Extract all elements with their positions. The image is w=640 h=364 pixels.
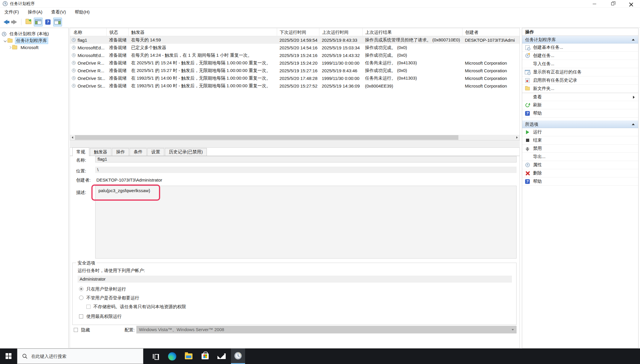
scrollbar-thumb[interactable] [75,135,458,140]
action-new-folder[interactable]: 新文件夹... [522,85,638,93]
taskbar-file-explorer[interactable] [182,348,196,364]
tab-settings[interactable]: 设置 [147,148,164,156]
taskbar-task-view[interactable] [149,348,163,364]
action-enable-task-history[interactable]: 启用所有任务历史记录 [522,76,638,85]
checkbox-run-highest-privileges [79,314,83,318]
console-tree-pane: 任务计划程序 (本地) 任务计划程序库 Microsoft [0,28,69,348]
tab-general[interactable]: 常规 [72,147,89,156]
collapse-icon[interactable] [632,123,635,125]
actions-pane-title: 操作 [522,28,638,36]
chevron-right-icon[interactable] [9,46,11,49]
action-disable[interactable]: 禁用 [522,145,638,153]
menu-action[interactable]: 操作(A) [23,9,47,15]
chevron-down-icon[interactable] [4,39,7,42]
help-icon: ? [525,111,530,116]
description-label: 描述: [76,190,86,195]
action-help[interactable]: ? 帮助 [522,109,638,118]
action-refresh[interactable]: 刷新 [522,101,638,109]
mail-icon [217,353,226,359]
configure-label: 配置: [125,327,135,333]
file-explorer-icon [185,353,192,359]
checkbox-hidden [74,328,78,332]
help-icon: ? [525,179,530,184]
close-button[interactable] [622,0,640,8]
action-show-running-tasks[interactable]: 显示所有正在运行的任务 [522,68,638,76]
column-header-last-run[interactable]: 上次运行时间 [319,28,362,36]
table-row[interactable]: flag1 准备就绪在每天的 14:59 2025/5/20 14:59:542… [70,36,520,44]
table-row[interactable]: OneDrive R... 准备就绪在 2025/5/1 的 15:24 时 -… [70,59,520,67]
collapse-icon[interactable] [632,39,635,41]
title-bar: 任务计划程序 [0,0,640,8]
column-header-trigger[interactable]: 触发器 [128,28,277,36]
name-label: 名称: [76,157,86,163]
export-list-button[interactable] [24,18,33,26]
action-help-selected[interactable]: ? 帮助 [522,177,638,186]
task-clock-icon [72,38,76,42]
taskbar-mail[interactable] [215,348,229,364]
console-tree-toggle-button[interactable] [34,18,43,26]
action-export[interactable]: 导出... [522,153,638,161]
minimize-button[interactable] [585,0,604,8]
dropdown-arrow-icon [512,329,514,331]
column-header-next-run[interactable]: 下次运行时间 [277,28,319,36]
pane-splitter[interactable] [70,140,520,147]
action-delete[interactable]: 删除 [522,169,638,177]
radio-run-whether-logged-in-label: 不管用户是否登录都要运行 [86,295,139,301]
tree-item-library[interactable]: 任务计划程序库 [0,37,68,44]
taskbar-task-scheduler[interactable] [231,348,245,364]
toolbar-help-button[interactable]: ? [43,18,52,26]
action-create-basic-task[interactable]: 创建基本任务... [522,43,638,52]
tree-item-microsoft[interactable]: Microsoft [0,44,68,51]
table-row[interactable]: MicrosoftEd... 准备就绪在每天的 14:24 - 触发后，在 1 … [70,51,520,59]
search-input[interactable] [31,354,128,359]
action-end[interactable]: 结束 [522,136,638,145]
scroll-left-button[interactable] [70,135,75,140]
creator-value: DESKTOP-1073IT3\Administrator [96,177,162,182]
location-field: \ [95,167,517,173]
tab-conditions[interactable]: 条件 [130,148,147,156]
actions-selected-header[interactable]: 所选项 [522,120,638,128]
back-button[interactable] [1,18,10,26]
checkbox-run-highest-privileges-label: 使用最高权限运行 [86,314,122,319]
table-row[interactable]: MicrosoftEd... 准备就绪已定义多个触发器 2025/5/20 14… [70,44,520,51]
table-row[interactable]: OneDrive St... 准备就绪在 1992/5/1 的 14:00 时 … [70,74,520,82]
location-label: 位置: [76,168,86,174]
table-row[interactable]: OneDrive R... 准备就绪在 2025/5/1 的 15:27 时 -… [70,67,520,74]
microsoft-folder-icon [12,46,17,49]
forward-button[interactable] [11,18,19,26]
library-folder-icon [8,39,13,43]
task-clock-icon [72,46,76,50]
action-run[interactable]: 运行 [522,128,638,136]
start-button[interactable] [0,348,17,364]
column-header-name[interactable]: 名称 [70,28,106,36]
horizontal-scrollbar[interactable] [70,135,520,140]
menu-file[interactable]: 文件(F) [0,9,23,15]
taskbar-store[interactable] [198,348,212,364]
action-import-task[interactable]: 导入任务... [522,60,638,68]
scroll-right-button[interactable] [515,135,520,140]
radio-run-whether-logged-in [79,296,83,300]
restore-button[interactable] [604,0,622,8]
action-properties[interactable]: 属性 [522,161,638,169]
tab-actions[interactable]: 操作 [112,148,129,156]
window-title: 任务计划程序 [10,1,35,6]
taskbar-edge[interactable] [165,348,179,364]
tree-root-label: 任务计划程序 (本地) [9,31,50,37]
properties-icon [525,163,530,167]
action-create-task[interactable]: 创建任务... [522,52,638,60]
actions-library-header[interactable]: 任务计划程序库 [522,36,638,43]
table-row[interactable]: OneDrive St... 准备就绪在 1992/5/1 的 14:00 时 … [70,82,520,90]
column-header-status[interactable]: 状态 [106,28,128,36]
action-pane-toggle-button[interactable] [53,18,62,26]
column-header-creator[interactable]: 创建者 [462,28,520,36]
tab-history[interactable]: 历史记录(已禁用) [165,148,207,156]
column-header-result[interactable]: 上次运行结果 [362,28,462,36]
help-icon: ? [45,19,51,25]
action-view[interactable]: 查看 [522,93,638,101]
menu-view[interactable]: 查看(V) [47,9,70,15]
run-icon [525,130,530,134]
menu-help[interactable]: 帮助(H) [70,9,94,15]
tree-item-root[interactable]: 任务计划程序 (本地) [0,31,68,37]
taskbar-search[interactable] [17,348,143,364]
tab-triggers[interactable]: 触发器 [90,148,111,156]
